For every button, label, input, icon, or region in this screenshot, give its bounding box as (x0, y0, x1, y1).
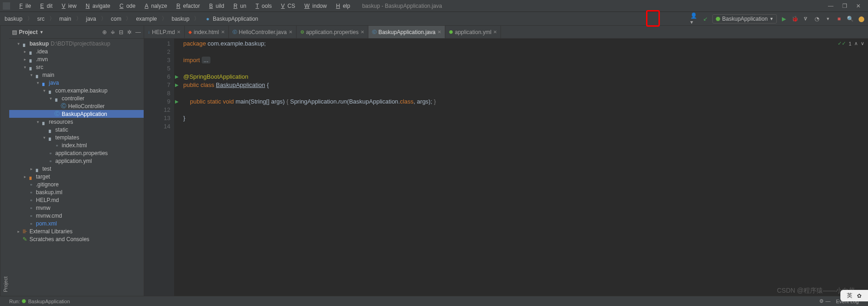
tree-node[interactable]: ▸▖.idea (9, 47, 144, 55)
tree-node[interactable]: ✎Scratches and Consoles (9, 235, 144, 243)
add-user-icon[interactable]: 👤▾ (690, 15, 699, 23)
tree-node[interactable]: ▾▖main (9, 71, 144, 79)
editor-tab[interactable]: ⬣application.yml✕ (445, 26, 501, 38)
run-config-dropdown[interactable]: ⬣ BaskupApplication ▼ (712, 14, 777, 23)
menu-file[interactable]: File (14, 2, 34, 10)
tree-node[interactable]: ▸▖target (9, 173, 144, 180)
sync-icon[interactable]: ↙ (701, 15, 710, 23)
tree-node[interactable]: ▫application.yml (9, 157, 144, 165)
menu-build[interactable]: Build (204, 2, 227, 10)
menu-view[interactable]: View (56, 2, 79, 10)
tree-node[interactable]: ▫.gitignore (9, 180, 144, 188)
tree-node[interactable]: ▫index.html (9, 141, 144, 149)
menu-code[interactable]: Code (114, 2, 138, 10)
tree-arrow-icon[interactable]: ▸ (22, 49, 28, 54)
ime-indicator[interactable]: 英 ✿ (840, 290, 868, 301)
tree-node[interactable]: ▫baskup.iml (9, 188, 144, 196)
editor-tab[interactable]: ↓HELP.md✕ (144, 26, 185, 38)
debug-button[interactable]: 🐞 (791, 15, 799, 23)
profile-button[interactable]: ◔ (813, 15, 821, 23)
project-tree[interactable]: ▾▖baskupD:\BDTD\project\baskup▸▖.idea▸▖.… (9, 39, 144, 296)
tree-node[interactable]: ▫HELP.md (9, 196, 144, 204)
code-content[interactable]: package com.example.baskup;import ...@Sp… (174, 39, 868, 296)
menu-refactor[interactable]: Refactor (171, 2, 203, 10)
tab-close-icon[interactable]: ✕ (221, 29, 225, 35)
tree-node[interactable]: ▾▖com.example.baskup (9, 87, 144, 94)
settings-icon[interactable]: ✲ (127, 29, 132, 35)
menu-window[interactable]: Window (299, 2, 330, 10)
tree-arrow-icon[interactable]: ▸ (22, 57, 28, 62)
breadcrumb-item[interactable]: baskup (170, 15, 192, 23)
gutter-run-icon[interactable]: ▶ (175, 81, 179, 89)
tab-close-icon[interactable]: ✕ (437, 29, 441, 35)
minimize-button[interactable]: — (827, 3, 834, 9)
tree-node[interactable]: ▸⊪External Libraries (9, 227, 144, 235)
collapse-icon[interactable]: ⊟ (119, 29, 123, 35)
breadcrumb-item[interactable]: java (84, 15, 98, 23)
tree-arrow-icon[interactable]: ▾ (35, 81, 41, 85)
tree-node[interactable]: ▾▖templates (9, 133, 144, 141)
gutter-run-icon[interactable]: ▶ (175, 73, 179, 81)
breadcrumb-item[interactable]: main (58, 15, 73, 23)
maximize-button[interactable]: ❐ (841, 3, 848, 9)
menu-analyze[interactable]: Analyze (139, 2, 170, 10)
tab-close-icon[interactable]: ✕ (177, 29, 181, 35)
tree-arrow-icon[interactable]: ▾ (41, 88, 47, 93)
stop-button[interactable]: ■ (835, 15, 843, 23)
tab-close-icon[interactable]: ✕ (361, 29, 364, 35)
tree-node[interactable]: ▫pom.xml (9, 219, 144, 227)
up-icon[interactable]: ∧ (854, 40, 858, 46)
tree-node[interactable]: ▸▖.mvn (9, 55, 144, 63)
breadcrumb-item[interactable]: example (134, 15, 158, 23)
tree-node[interactable]: ⒸHelloController (9, 102, 144, 110)
tree-node[interactable]: ▫mvnw.cmd (9, 212, 144, 219)
tree-arrow-icon[interactable]: ▾ (41, 135, 47, 140)
tree-arrow-icon[interactable]: ▾ (16, 41, 21, 46)
tab-close-icon[interactable]: ✕ (289, 29, 292, 35)
tree-node[interactable]: ▾▖controller (9, 94, 144, 102)
tree-arrow-icon[interactable]: ▾ (48, 96, 53, 101)
breadcrumb-item[interactable]: com (109, 15, 123, 23)
tree-node[interactable]: ▾▖resources (9, 118, 144, 126)
close-button[interactable]: ✕ (855, 3, 862, 9)
locate-icon[interactable]: ⊕ (102, 29, 107, 35)
tree-arrow-icon[interactable]: ▾ (22, 65, 28, 69)
editor-tab[interactable]: ◆index.html✕ (185, 26, 229, 38)
down-icon[interactable]: ∨ (861, 40, 864, 46)
expand-icon[interactable]: ≑ (111, 29, 115, 35)
tree-arrow-icon[interactable]: ▸ (22, 174, 28, 179)
tree-node[interactable]: ▾▖src (9, 63, 144, 71)
tab-close-icon[interactable]: ✕ (493, 29, 497, 35)
tree-node[interactable]: ▾▖baskupD:\BDTD\project\baskup (9, 40, 144, 47)
gutter-run-icon[interactable]: ▶ (175, 98, 179, 106)
breadcrumb-item[interactable]: ● BaskupApplication (202, 15, 260, 23)
menu-run[interactable]: Run (228, 2, 249, 10)
run-button[interactable]: ▶ (780, 15, 788, 23)
menu-edit[interactable]: Edit (35, 2, 55, 10)
tree-node[interactable]: ▖static (9, 126, 144, 133)
search-icon[interactable]: 🔍 (846, 15, 854, 23)
editor-tab[interactable]: ⒸBaskupApplication.java✕ (368, 26, 445, 38)
code-editor[interactable]: 12356▶7▶89▶121314 package com.example.ba… (144, 39, 868, 296)
tree-arrow-icon[interactable]: ▾ (35, 120, 41, 124)
tree-arrow-icon[interactable]: ▸ (29, 167, 34, 171)
tree-node[interactable]: ▸▖test (9, 165, 144, 173)
tree-node[interactable]: ▫mvnw (9, 204, 144, 212)
settings-bottom-icon[interactable]: ⚙ — (819, 298, 830, 304)
tree-arrow-icon[interactable]: ▸ (16, 229, 21, 234)
menu-help[interactable]: Help (331, 2, 353, 10)
coverage-button[interactable]: ⛛ (802, 15, 810, 23)
tree-node[interactable]: ⒸBaskupApplication (9, 110, 144, 118)
editor-status[interactable]: ✓✓ 1 ∧ ∨ (838, 40, 864, 46)
editor-tab[interactable]: ⒸHelloController.java✕ (229, 26, 297, 38)
help-icon[interactable]: ⬤ (857, 15, 865, 23)
menu-vcs[interactable]: VCS (275, 2, 298, 10)
more-run-icon[interactable]: ▼ (824, 15, 832, 23)
menu-navigate[interactable]: Navigate (80, 2, 113, 10)
run-tool-window[interactable]: Run: ⬣ BaskupApplication (9, 298, 70, 304)
tree-node[interactable]: ▫application.properties (9, 149, 144, 157)
breadcrumb-item[interactable]: baskup (3, 15, 24, 23)
project-tool-tab[interactable]: Project (0, 26, 9, 296)
tree-arrow-icon[interactable]: ▾ (29, 73, 34, 77)
menu-tools[interactable]: Tools (250, 2, 274, 10)
